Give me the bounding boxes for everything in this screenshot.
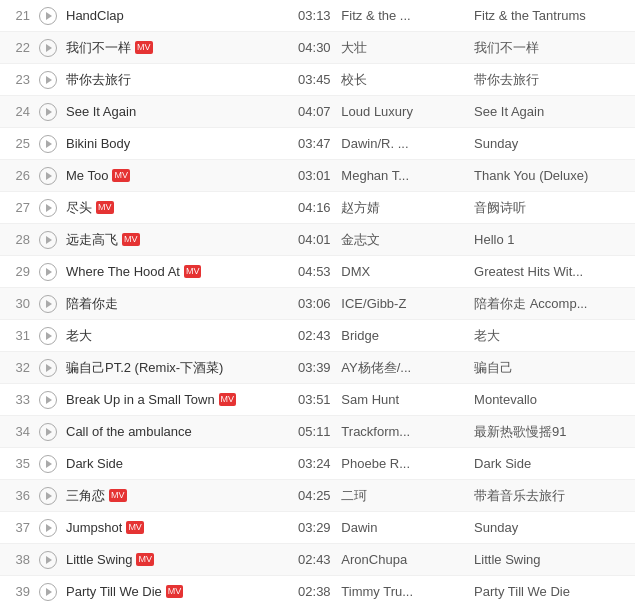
track-album[interactable]: 音阙诗听 bbox=[468, 199, 631, 217]
play-button[interactable] bbox=[39, 231, 57, 249]
play-button[interactable] bbox=[39, 39, 57, 57]
track-artist[interactable]: Fitz & the ... bbox=[335, 8, 468, 23]
track-artist[interactable]: 二珂 bbox=[335, 487, 468, 505]
play-button[interactable] bbox=[39, 199, 57, 217]
track-duration: 03:01 bbox=[293, 168, 335, 183]
track-title[interactable]: 三角恋MV bbox=[60, 487, 293, 505]
mv-badge[interactable]: MV bbox=[96, 201, 114, 214]
track-title[interactable]: 骗自己PT.2 (Remix-下酒菜) bbox=[60, 359, 293, 377]
track-album[interactable]: See It Again bbox=[468, 104, 631, 119]
mv-badge[interactable]: MV bbox=[166, 585, 184, 598]
track-album[interactable]: 最新热歌慢摇91 bbox=[468, 423, 631, 441]
track-title[interactable]: 带你去旅行 bbox=[60, 71, 293, 89]
track-title[interactable]: Where The Hood AtMV bbox=[60, 264, 293, 279]
track-artist[interactable]: 大壮 bbox=[335, 39, 468, 57]
track-title[interactable]: HandClap bbox=[60, 8, 293, 23]
track-title[interactable]: Me TooMV bbox=[60, 168, 293, 183]
track-artist[interactable]: Timmy Tru... bbox=[335, 584, 468, 599]
play-button[interactable] bbox=[39, 423, 57, 441]
track-title[interactable]: 陪着你走 bbox=[60, 295, 293, 313]
track-album[interactable]: 带你去旅行 bbox=[468, 71, 631, 89]
track-album[interactable]: 老大 bbox=[468, 327, 631, 345]
track-album[interactable]: Little Swing bbox=[468, 552, 631, 567]
track-album[interactable]: Thank You (Deluxe) bbox=[468, 168, 631, 183]
track-duration: 04:07 bbox=[293, 104, 335, 119]
mv-badge[interactable]: MV bbox=[126, 521, 144, 534]
track-artist[interactable]: Dawin/R. ... bbox=[335, 136, 468, 151]
track-artist[interactable]: 赵方婧 bbox=[335, 199, 468, 217]
play-button[interactable] bbox=[39, 103, 57, 121]
mv-badge[interactable]: MV bbox=[136, 553, 154, 566]
track-artist[interactable]: Dawin bbox=[335, 520, 468, 535]
track-album[interactable]: 带着音乐去旅行 bbox=[468, 487, 631, 505]
play-button[interactable] bbox=[39, 327, 57, 345]
track-row: 35Dark Side03:24Phoebe R...Dark Side bbox=[0, 448, 635, 480]
track-title[interactable]: JumpshotMV bbox=[60, 520, 293, 535]
track-album[interactable]: Greatest Hits Wit... bbox=[468, 264, 631, 279]
track-album[interactable]: 陪着你走 Accomp... bbox=[468, 295, 631, 313]
play-button[interactable] bbox=[39, 391, 57, 409]
track-title[interactable]: Party Till We DieMV bbox=[60, 584, 293, 599]
track-album[interactable]: Party Till We Die bbox=[468, 584, 631, 599]
play-button[interactable] bbox=[39, 519, 57, 537]
track-number: 37 bbox=[4, 520, 36, 535]
track-title[interactable]: See It Again bbox=[60, 104, 293, 119]
play-button[interactable] bbox=[39, 583, 57, 601]
track-artist[interactable]: 校长 bbox=[335, 71, 468, 89]
track-artist[interactable]: Meghan T... bbox=[335, 168, 468, 183]
play-button[interactable] bbox=[39, 167, 57, 185]
play-button[interactable] bbox=[39, 71, 57, 89]
mv-badge[interactable]: MV bbox=[219, 393, 237, 406]
track-title-text: Bikini Body bbox=[66, 136, 130, 151]
track-album[interactable]: Sunday bbox=[468, 136, 631, 151]
track-title[interactable]: 老大 bbox=[60, 327, 293, 345]
track-row: 38Little SwingMV02:43AronChupaLittle Swi… bbox=[0, 544, 635, 576]
play-button[interactable] bbox=[39, 551, 57, 569]
track-album[interactable]: Hello 1 bbox=[468, 232, 631, 247]
track-album[interactable]: Fitz & the Tantrums bbox=[468, 8, 631, 23]
track-title[interactable]: 尽头MV bbox=[60, 199, 293, 217]
play-button[interactable] bbox=[39, 263, 57, 281]
track-artist[interactable]: Phoebe R... bbox=[335, 456, 468, 471]
track-duration: 04:16 bbox=[293, 200, 335, 215]
play-button[interactable] bbox=[39, 487, 57, 505]
track-artist[interactable]: Trackform... bbox=[335, 424, 468, 439]
play-button[interactable] bbox=[39, 135, 57, 153]
mv-badge[interactable]: MV bbox=[184, 265, 202, 278]
track-title[interactable]: 远走高飞MV bbox=[60, 231, 293, 249]
play-button[interactable] bbox=[39, 455, 57, 473]
mv-badge[interactable]: MV bbox=[112, 169, 130, 182]
track-title[interactable]: Call of the ambulance bbox=[60, 424, 293, 439]
track-artist[interactable]: 金志文 bbox=[335, 231, 468, 249]
track-album[interactable]: 我们不一样 bbox=[468, 39, 631, 57]
play-button[interactable] bbox=[39, 359, 57, 377]
track-album[interactable]: Dark Side bbox=[468, 456, 631, 471]
track-album[interactable]: 骗自己 bbox=[468, 359, 631, 377]
track-duration: 03:45 bbox=[293, 72, 335, 87]
track-album[interactable]: Sunday bbox=[468, 520, 631, 535]
track-artist[interactable]: AY杨佬叁/... bbox=[335, 359, 468, 377]
track-artist[interactable]: DMX bbox=[335, 264, 468, 279]
track-album[interactable]: Montevallo bbox=[468, 392, 631, 407]
track-artist[interactable]: AronChupa bbox=[335, 552, 468, 567]
track-duration: 03:39 bbox=[293, 360, 335, 375]
mv-badge[interactable]: MV bbox=[122, 233, 140, 246]
track-title[interactable]: Break Up in a Small TownMV bbox=[60, 392, 293, 407]
track-artist[interactable]: ICE/Gibb-Z bbox=[335, 296, 468, 311]
track-title[interactable]: Little SwingMV bbox=[60, 552, 293, 567]
track-title[interactable]: 我们不一样MV bbox=[60, 39, 293, 57]
track-title[interactable]: Bikini Body bbox=[60, 136, 293, 151]
mv-badge[interactable]: MV bbox=[135, 41, 153, 54]
track-title-text: 陪着你走 bbox=[66, 295, 118, 313]
track-row: 36三角恋MV04:25二珂带着音乐去旅行 bbox=[0, 480, 635, 512]
track-title-text: 骗自己PT.2 (Remix-下酒菜) bbox=[66, 359, 223, 377]
track-artist[interactable]: Bridge bbox=[335, 328, 468, 343]
track-artist[interactable]: Loud Luxury bbox=[335, 104, 468, 119]
track-row: 31老大02:43Bridge老大 bbox=[0, 320, 635, 352]
track-title[interactable]: Dark Side bbox=[60, 456, 293, 471]
track-artist[interactable]: Sam Hunt bbox=[335, 392, 468, 407]
mv-badge[interactable]: MV bbox=[109, 489, 127, 502]
play-button[interactable] bbox=[39, 295, 57, 313]
track-row: 27尽头MV04:16赵方婧音阙诗听 bbox=[0, 192, 635, 224]
play-button[interactable] bbox=[39, 7, 57, 25]
